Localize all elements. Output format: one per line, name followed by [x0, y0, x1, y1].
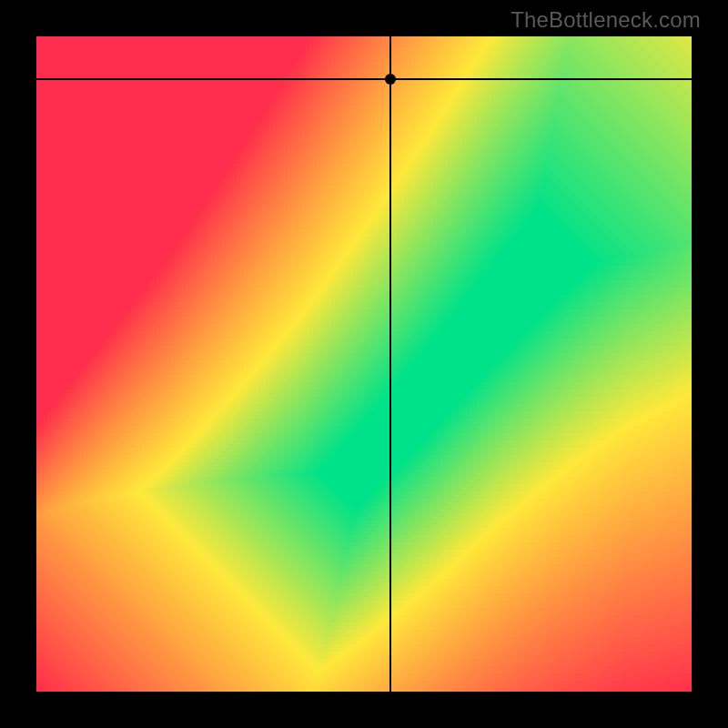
heatmap-plot	[36, 36, 692, 692]
crosshair-vertical	[389, 36, 391, 692]
heatmap-canvas	[36, 36, 692, 692]
watermark-text: TheBottleneck.com	[511, 7, 701, 33]
crosshair-horizontal	[36, 78, 692, 80]
chart-frame: TheBottleneck.com	[0, 0, 728, 728]
marker-dot	[385, 74, 396, 85]
